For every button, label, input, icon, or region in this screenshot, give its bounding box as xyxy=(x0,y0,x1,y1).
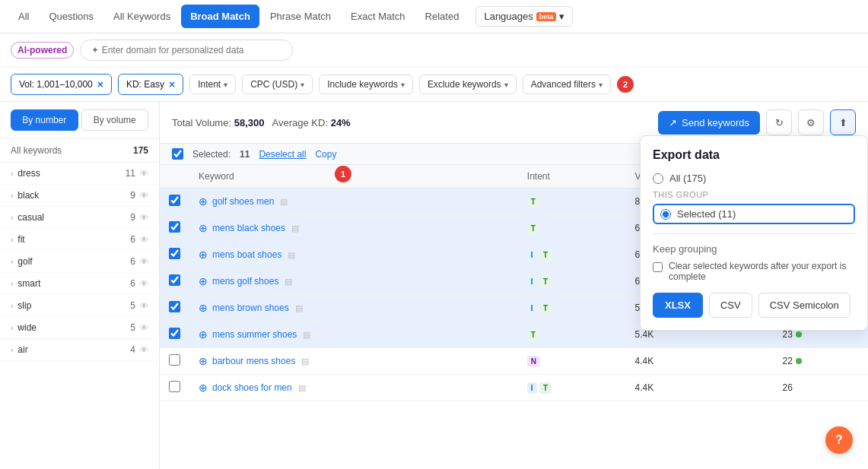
keyword-name[interactable]: golf shoes men xyxy=(212,196,274,207)
chevron-down-icon: ▾ xyxy=(401,81,405,89)
filter-intent[interactable]: Intent ▾ xyxy=(189,74,236,94)
sidebar-item-casual[interactable]: › casual 9 👁 xyxy=(0,207,159,229)
languages-label: Languages xyxy=(484,11,533,22)
row-checkbox[interactable] xyxy=(169,301,180,312)
row-checkbox[interactable] xyxy=(169,328,180,339)
row-checkbox[interactable] xyxy=(169,274,180,286)
filter-cpc[interactable]: CPC (USD) ▾ xyxy=(242,74,313,94)
tab-exact-match[interactable]: Exact Match xyxy=(342,5,415,28)
row-checkbox-cell[interactable] xyxy=(160,295,189,322)
badge-2[interactable]: 2 xyxy=(617,76,634,93)
row-checkbox-cell[interactable] xyxy=(160,375,189,401)
filter-advanced[interactable]: Advanced filters ▾ xyxy=(523,74,611,94)
row-checkbox-cell[interactable] xyxy=(160,268,189,295)
add-keyword-icon[interactable]: ⊕ xyxy=(199,302,208,314)
add-keyword-icon[interactable]: ⊕ xyxy=(199,275,208,287)
row-checkbox-cell[interactable] xyxy=(160,215,189,242)
keyword-name[interactable]: mens brown shoes xyxy=(212,303,289,313)
row-checkbox[interactable] xyxy=(169,248,180,259)
chevron-down-icon: ▾ xyxy=(300,81,304,89)
chevron-right-icon: › xyxy=(11,170,13,178)
keyword-name[interactable]: mens golf shoes xyxy=(212,276,278,287)
row-checkbox[interactable] xyxy=(169,195,180,206)
row-checkbox[interactable] xyxy=(169,221,180,233)
add-keyword-icon[interactable]: ⊕ xyxy=(199,195,208,208)
row-checkbox-cell[interactable] xyxy=(160,189,189,215)
sidebar-item-slip[interactable]: › slip 5 👁 xyxy=(0,295,159,317)
filter-chip-vol[interactable]: Vol: 1,001–10,000 × xyxy=(11,74,112,95)
keyword-name[interactable]: mens black shoes xyxy=(212,223,285,233)
eye-icon[interactable]: 👁 xyxy=(140,301,148,310)
keyword-name[interactable]: mens boat shoes xyxy=(212,249,281,260)
tab-all-keywords[interactable]: All Keywords xyxy=(104,5,180,28)
sidebar-item-count: 5 xyxy=(130,300,135,311)
tab-phrase-match[interactable]: Phrase Match xyxy=(261,5,340,28)
help-button[interactable]: ? xyxy=(825,426,853,454)
keyword-name[interactable]: barbour mens shoes xyxy=(212,356,295,366)
send-keywords-button[interactable]: ↗ Send keywords xyxy=(658,111,760,135)
radio-selected-option[interactable]: Selected (11) xyxy=(653,204,855,224)
sidebar-item-black[interactable]: › black 9 👁 xyxy=(0,185,159,207)
eye-icon[interactable]: 👁 xyxy=(140,279,148,288)
tab-questions[interactable]: Questions xyxy=(40,5,103,28)
chevron-right-icon: › xyxy=(11,302,13,310)
tab-related[interactable]: Related xyxy=(416,5,469,28)
settings-button[interactable]: ⚙ xyxy=(798,109,824,135)
radio-all-option[interactable]: All (175) xyxy=(653,173,855,184)
add-keyword-icon[interactable]: ⊕ xyxy=(199,249,208,261)
languages-button[interactable]: Languages beta ▾ xyxy=(475,6,573,27)
clear-checkbox[interactable] xyxy=(653,262,663,272)
keyword-name[interactable]: mens summer shoes xyxy=(212,329,297,340)
select-all-checkbox[interactable] xyxy=(172,148,183,160)
copy-link[interactable]: Copy xyxy=(315,149,336,160)
sidebar-item-golf[interactable]: › golf 6 👁 xyxy=(0,251,159,273)
deselect-all-link[interactable]: Deselect all xyxy=(259,149,306,160)
row-checkbox[interactable] xyxy=(169,381,180,392)
eye-icon[interactable]: 👁 xyxy=(140,213,148,222)
row-checkbox-cell[interactable] xyxy=(160,348,189,375)
sidebar-item-fit[interactable]: › fit 6 👁 xyxy=(0,229,159,251)
row-checkbox-cell[interactable] xyxy=(160,322,189,348)
xlsx-button[interactable]: XLSX xyxy=(653,293,703,318)
toggle-by-number[interactable]: By number xyxy=(11,109,78,131)
sidebar-item-smart[interactable]: › smart 6 👁 xyxy=(0,273,159,295)
tab-all[interactable]: All xyxy=(9,5,38,28)
sidebar-item-wide[interactable]: › wide 5 👁 xyxy=(0,317,159,339)
clear-option: Clear selected keywords after your expor… xyxy=(653,261,855,282)
sidebar-item-air[interactable]: › air 4 👁 xyxy=(0,339,159,361)
eye-icon[interactable]: 👁 xyxy=(140,257,148,266)
row-checkbox[interactable] xyxy=(169,354,180,366)
toggle-by-volume[interactable]: By volume xyxy=(81,109,149,131)
filter-chip-kd[interactable]: KD: Easy × xyxy=(118,74,183,95)
eye-icon[interactable]: 👁 xyxy=(140,191,148,200)
radio-all[interactable] xyxy=(653,173,663,184)
sidebar-item-dress[interactable]: › dress 11 👁 xyxy=(0,163,159,185)
eye-icon[interactable]: 👁 xyxy=(140,235,148,244)
export-button[interactable]: ⬆ xyxy=(830,109,856,135)
filter-exclude-keywords[interactable]: Exclude keywords ▾ xyxy=(419,74,517,94)
row-keyword-cell: ⊕ mens boat shoes ▤ xyxy=(189,242,518,268)
add-keyword-icon[interactable]: ⊕ xyxy=(199,382,208,394)
add-keyword-icon[interactable]: ⊕ xyxy=(199,355,208,367)
eye-icon[interactable]: 👁 xyxy=(140,323,148,332)
radio-selected[interactable] xyxy=(660,209,671,220)
eye-icon[interactable]: 👁 xyxy=(140,345,148,354)
remove-kd-filter[interactable]: × xyxy=(169,78,175,90)
refresh-button[interactable]: ↻ xyxy=(766,109,792,135)
sidebar-item-label: air xyxy=(17,344,130,355)
tab-broad-match[interactable]: Broad Match xyxy=(181,5,259,28)
ai-domain-input[interactable] xyxy=(80,40,293,61)
badge-1-overlay: 1 xyxy=(335,166,351,182)
csv-semicolon-button[interactable]: CSV Semicolon xyxy=(758,293,851,318)
refresh-icon: ↻ xyxy=(775,117,784,128)
csv-button[interactable]: CSV xyxy=(709,293,752,318)
row-checkbox-cell[interactable] xyxy=(160,242,189,268)
intent-badge-t: T xyxy=(539,303,552,314)
add-keyword-icon[interactable]: ⊕ xyxy=(199,328,208,341)
remove-vol-filter[interactable]: × xyxy=(97,78,103,90)
filter-include-keywords[interactable]: Include keywords ▾ xyxy=(319,74,413,94)
intent-badge: N xyxy=(527,356,540,367)
add-keyword-icon[interactable]: ⊕ xyxy=(199,222,208,234)
keyword-name[interactable]: dock shoes for men xyxy=(212,382,292,393)
eye-icon[interactable]: 👁 xyxy=(140,169,148,178)
